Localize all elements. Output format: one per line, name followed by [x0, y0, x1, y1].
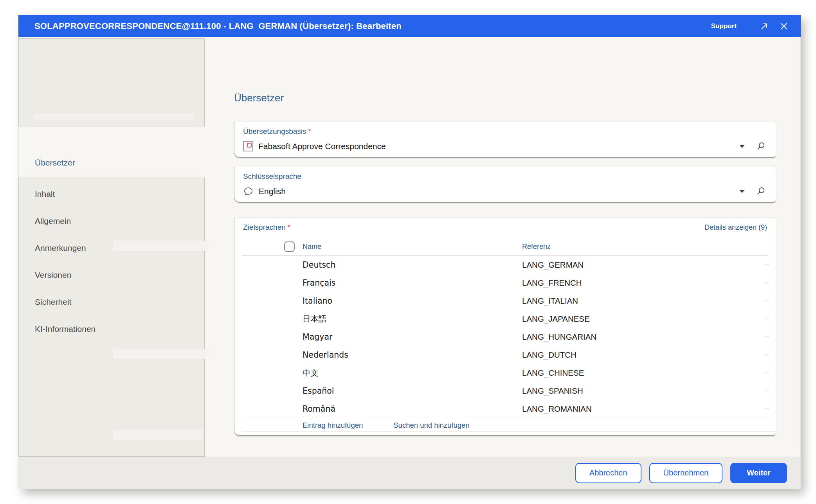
row-reference: LANG_ITALIAN [522, 296, 578, 306]
row-reference: LANG_JAPANESE [522, 314, 590, 324]
row-reference: LANG_HUNGARIAN [522, 332, 596, 342]
required-marker: * [308, 127, 311, 135]
dialog-window: SOLAPPROVECORRESPONDENCE@111.100 - LANG_… [18, 15, 801, 489]
table-row[interactable]: Italiano LANG_ITALIAN [234, 292, 776, 310]
eintrag-hinzufuegen-link[interactable]: Eintrag hinzufügen [303, 421, 363, 430]
sidebar-item-ki-informationen[interactable]: KI-Informationen [19, 315, 204, 342]
select-all-checkbox[interactable] [284, 241, 295, 252]
titlebar: SOLAPPROVECORRESPONDENCE@111.100 - LANG_… [18, 15, 801, 37]
row-handle-dots [765, 318, 769, 319]
uebernehmen-button[interactable]: Übernehmen [649, 463, 723, 483]
row-reference: LANG_SPANISH [522, 386, 583, 396]
close-icon[interactable] [779, 21, 789, 31]
table-row[interactable]: 日本語 LANG_JAPANESE [234, 310, 776, 328]
column-header-name[interactable]: Name [303, 243, 321, 251]
weiter-button[interactable]: Weiter [730, 463, 787, 483]
table-rows: Deutsch LANG_GERMAN Français LANG_FRENCH… [234, 256, 776, 418]
table-header: Name Referenz [234, 238, 776, 256]
field-label: Schlüsselsprache [243, 172, 301, 181]
search-icon[interactable] [757, 142, 766, 151]
row-name: 日本語 [303, 313, 522, 324]
row-handle-dots [765, 354, 769, 355]
field-uebersetzungsbasis: Übersetzungsbasis* Fabasoft Approve Corr… [234, 122, 776, 158]
sidebar-item-label: KI-Informationen [35, 324, 95, 334]
row-name: Español [303, 386, 522, 396]
sidebar-item-label: Übersetzer [35, 158, 75, 167]
dropdown-caret-icon[interactable] [739, 145, 745, 148]
table-row[interactable]: Nederlands LANG_DUTCH [234, 346, 776, 364]
row-reference: LANG_CHINESE [522, 368, 584, 378]
sidebar-header-panel [18, 38, 205, 126]
row-handle-dots [765, 372, 769, 373]
screenshot-stage: SOLAPPROVECORRESPONDENCE@111.100 - LANG_… [0, 0, 816, 504]
window-title: SOLAPPROVECORRESPONDENCE@111.100 - LANG_… [34, 21, 711, 31]
abbrechen-button[interactable]: Abbrechen [575, 463, 641, 483]
search-icon[interactable] [757, 187, 766, 196]
sidebar-item-versionen[interactable]: Versionen [19, 261, 204, 288]
row-name: Magyar [303, 332, 522, 342]
sidebar-items-panel: Inhalt Allgemein Anmerkungen Versionen S… [18, 177, 205, 457]
row-name: Italiano [303, 296, 522, 306]
field-value-text: Fabasoft Approve Correspondence [258, 142, 386, 151]
language-bubble-icon [243, 186, 254, 197]
sidebar-item-label: Sicherheit [35, 297, 71, 307]
table-row[interactable]: Română LANG_ROMANIAN [234, 400, 776, 418]
table-row[interactable]: Deutsch LANG_GERMAN [234, 256, 776, 274]
row-name: Deutsch [303, 260, 522, 270]
row-name: Nederlands [303, 350, 522, 360]
sidebar-item-inhalt[interactable]: Inhalt [19, 180, 204, 207]
field-label: Übersetzungsbasis* [243, 127, 311, 136]
row-handle-dots [765, 282, 769, 283]
table-footer-links: Eintrag hinzufügen Suchen und hinzufügen [303, 418, 768, 432]
sidebar-item-label: Allgemein [35, 216, 71, 226]
details-anzeigen-link[interactable]: Details anzeigen (9) [704, 223, 767, 232]
row-reference: LANG_DUTCH [522, 350, 576, 360]
row-reference: LANG_FRENCH [522, 278, 582, 288]
sidebar-item-uebersetzer[interactable]: Übersetzer [19, 149, 206, 177]
dialog-footer: Abbrechen Übernehmen Weiter [19, 457, 800, 489]
row-handle-dots [765, 336, 769, 337]
field-controls [739, 187, 766, 196]
row-handle-dots [765, 408, 769, 409]
table-label-row: Zielsprachen* Details anzeigen (9) [243, 223, 767, 232]
field-controls [739, 142, 766, 151]
sidebar-item-label: Anmerkungen [35, 243, 86, 253]
uebersetzungsbasis-value[interactable]: Fabasoft Approve Correspondence [243, 139, 386, 153]
table-row[interactable]: Français LANG_FRENCH [234, 274, 776, 292]
row-handle-dots [765, 300, 769, 301]
row-reference: LANG_ROMANIAN [522, 404, 592, 414]
row-reference: LANG_GERMAN [522, 260, 584, 270]
skeleton-line [113, 430, 203, 440]
required-marker: * [288, 223, 290, 231]
skeleton-line [34, 114, 193, 120]
sidebar-item-sicherheit[interactable]: Sicherheit [19, 288, 204, 315]
page-title: Übersetzer [234, 92, 284, 104]
row-name: Română [303, 404, 522, 414]
table-label: Zielsprachen* [243, 223, 290, 232]
table-row[interactable]: Español LANG_SPANISH [234, 382, 776, 400]
open-external-icon[interactable] [759, 21, 769, 31]
skeleton-line [113, 241, 209, 251]
row-name: Français [303, 278, 522, 288]
table-row[interactable]: Magyar LANG_HUNGARIAN [234, 328, 776, 346]
sidebar-item-allgemein[interactable]: Allgemein [19, 207, 204, 234]
row-name: 中文 [303, 367, 522, 378]
column-header-referenz[interactable]: Referenz [522, 243, 551, 251]
card-inner-bottom-line [242, 432, 776, 432]
sidebar-item-label: Versionen [35, 270, 71, 280]
sidebar-item-label: Inhalt [35, 189, 55, 199]
dropdown-caret-icon[interactable] [739, 190, 745, 193]
object-icon [243, 141, 253, 151]
skeleton-line [113, 349, 209, 359]
row-handle-dots [765, 390, 769, 391]
sidebar: Übersetzer Inhalt Allgemein Anmerkungen … [19, 38, 206, 457]
support-link[interactable]: Support [711, 22, 737, 30]
table-row[interactable]: 中文 LANG_CHINESE [234, 364, 776, 382]
field-schluesselsprache: Schlüsselsprache English [234, 167, 776, 203]
suchen-und-hinzufuegen-link[interactable]: Suchen und hinzufügen [393, 421, 469, 430]
field-value-text: English [259, 187, 286, 196]
zielsprachen-table-card: Zielsprachen* Details anzeigen (9) Name … [234, 218, 776, 436]
schluesselsprache-value[interactable]: English [243, 184, 286, 198]
row-handle-dots [765, 264, 769, 265]
